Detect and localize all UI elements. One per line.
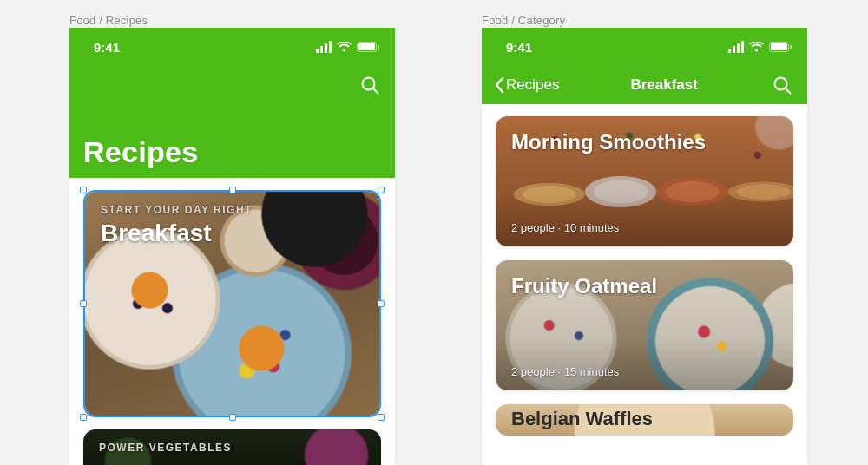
battery-icon: [357, 42, 379, 52]
card-eyebrow: START YOUR DAY RIGHT: [101, 204, 364, 216]
resize-handle[interactable]: [378, 414, 385, 421]
recipe-title: Morning Smoothies: [511, 130, 706, 154]
recipe-card-vegetables[interactable]: POWER VEGETABLES: [83, 429, 381, 465]
status-time: 9:41: [94, 40, 120, 55]
recipe-row-waffles[interactable]: Belgian Waffles: [496, 404, 793, 436]
page-title: Breakfast: [630, 76, 698, 93]
card-eyebrow: POWER VEGETABLES: [99, 442, 365, 454]
signal-icon: [728, 41, 744, 53]
wifi-icon: [749, 42, 764, 52]
recipe-card-breakfast[interactable]: START YOUR DAY RIGHT Breakfast: [83, 190, 381, 417]
screen-category: 9:41 Recipes Breakfast Morning Smoothies…: [482, 28, 807, 465]
recipe-title: Fruity Oatmeal: [511, 274, 657, 298]
signal-icon: [316, 41, 332, 53]
recipe-meta: 2 people · 10 minutes: [511, 221, 619, 234]
svg-rect-2: [378, 45, 379, 49]
resize-handle[interactable]: [229, 187, 236, 193]
status-bar: 9:41: [482, 28, 807, 66]
chevron-left-icon: [494, 76, 504, 94]
large-title-area: Recipes: [69, 104, 395, 178]
svg-rect-7: [790, 45, 792, 49]
resize-handle[interactable]: [80, 414, 87, 421]
recipe-title: Belgian Waffles: [511, 408, 653, 430]
navbar: Recipes Breakfast: [482, 66, 807, 104]
resize-handle[interactable]: [378, 187, 385, 193]
status-time: 9:41: [506, 40, 532, 55]
svg-rect-1: [358, 43, 375, 50]
resize-handle[interactable]: [80, 187, 87, 193]
resize-handle[interactable]: [378, 300, 385, 307]
navbar: [69, 66, 395, 104]
svg-line-4: [373, 88, 378, 94]
search-button[interactable]: [769, 72, 795, 98]
page-title: Recipes: [83, 135, 381, 169]
search-icon: [773, 75, 792, 95]
recipe-row-smoothies[interactable]: Morning Smoothies 2 people · 10 minutes: [496, 116, 793, 246]
recipe-meta: 2 people · 15 minutes: [511, 365, 619, 378]
resize-handle[interactable]: [229, 414, 236, 421]
search-button[interactable]: [357, 72, 383, 98]
svg-rect-6: [771, 43, 787, 50]
back-label: Recipes: [506, 76, 559, 94]
breadcrumb: Food / Category: [482, 14, 565, 27]
search-icon: [360, 75, 379, 95]
breadcrumb: Food / Recipes: [69, 14, 148, 27]
wifi-icon: [337, 42, 352, 52]
resize-handle[interactable]: [80, 300, 87, 307]
battery-icon: [769, 42, 792, 52]
status-bar: 9:41: [69, 28, 395, 66]
selection-frame[interactable]: START YOUR DAY RIGHT Breakfast: [83, 190, 381, 417]
card-title: Breakfast: [101, 219, 364, 247]
screen-recipes: 9:41 Recipes: [69, 28, 395, 465]
recipe-row-oatmeal[interactable]: Fruity Oatmeal 2 people · 15 minutes: [496, 260, 793, 390]
back-button[interactable]: Recipes: [494, 76, 559, 94]
svg-line-9: [786, 88, 791, 94]
